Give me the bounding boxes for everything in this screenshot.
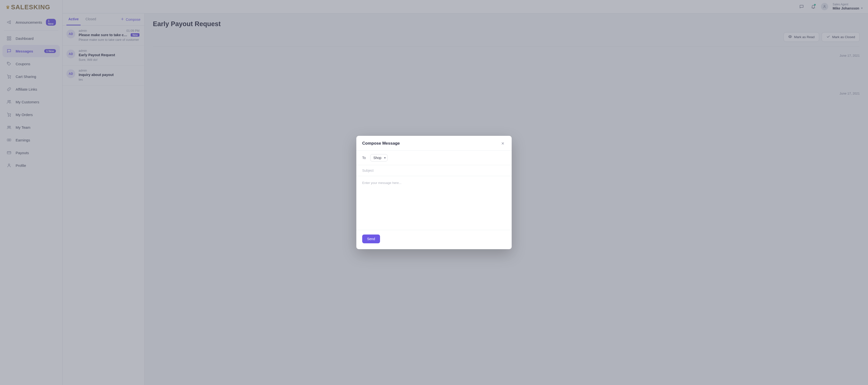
message-body-input[interactable] — [362, 181, 506, 214]
modal-title: Compose Message — [362, 141, 400, 146]
modal-close-button[interactable]: ✕ — [499, 140, 506, 147]
to-label: To — [362, 156, 366, 160]
close-icon: ✕ — [501, 141, 504, 146]
subject-input[interactable] — [362, 169, 506, 173]
to-select[interactable]: Shop — [370, 154, 388, 161]
compose-modal: Compose Message ✕ To Shop Send — [356, 136, 512, 249]
modal-overlay[interactable]: Compose Message ✕ To Shop Send — [0, 0, 868, 385]
send-button[interactable]: Send — [362, 235, 380, 243]
